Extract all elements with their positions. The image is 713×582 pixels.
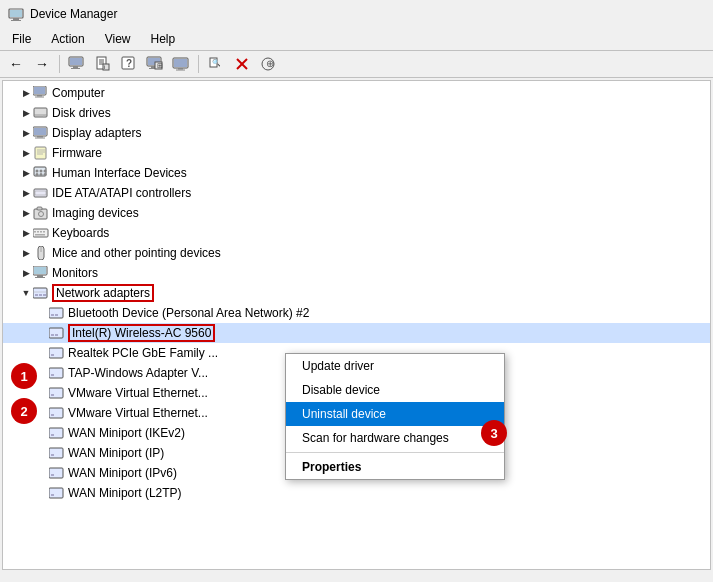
svg-point-53 (44, 173, 47, 176)
svg-rect-36 (34, 108, 47, 117)
network-adapter-icon-5 (49, 385, 65, 401)
expand-arrow[interactable]: ▶ (19, 146, 33, 160)
display-icon (33, 125, 49, 141)
title-bar: Device Manager (0, 0, 713, 28)
tree-item-ide[interactable]: ▶ IDE ATA/ATAPI controllers (3, 183, 710, 203)
tree-item-intel-wireless[interactable]: ▶ Intel(R) Wireless-AC 9560 (3, 323, 710, 343)
svg-rect-6 (73, 66, 78, 68)
tree-item-firmware[interactable]: ▶ Firmware (3, 143, 710, 163)
svg-text:?: ? (126, 58, 132, 69)
svg-rect-23 (174, 59, 187, 67)
computer-icon (33, 85, 49, 101)
network-icon (33, 285, 49, 301)
mouse-icon (33, 245, 49, 261)
device-tree[interactable]: ▶ Computer ▶ Disk drives (3, 81, 710, 569)
tree-label-wan-l2tp: WAN Miniport (L2TP) (68, 486, 182, 500)
expand-arrow[interactable]: ▶ (19, 226, 33, 240)
tree-item-disk-drives[interactable]: ▶ Disk drives (3, 103, 710, 123)
tree-item-monitors[interactable]: ▶ Monitors (3, 263, 710, 283)
svg-text:⊕: ⊕ (266, 58, 274, 69)
scan-button[interactable]: 🔍 (204, 53, 228, 75)
svg-rect-40 (34, 128, 46, 135)
tree-item-computer[interactable]: ▶ Computer (3, 83, 710, 103)
svg-rect-74 (43, 294, 46, 296)
ctx-properties[interactable]: Properties (286, 455, 504, 479)
expand-arrow[interactable]: ▶ (19, 86, 33, 100)
ctx-update-driver[interactable]: Update driver (286, 354, 504, 378)
tree-label-imaging: Imaging devices (52, 206, 139, 220)
imaging-icon (33, 205, 49, 221)
svg-rect-67 (34, 267, 46, 274)
svg-rect-7 (71, 68, 80, 69)
svg-rect-83 (49, 368, 63, 378)
svg-text:⊞: ⊞ (157, 62, 163, 69)
tree-item-network[interactable]: ▼ Network adapters (3, 283, 710, 303)
tree-item-imaging[interactable]: ▶ Imaging devices (3, 203, 710, 223)
expand-arrow[interactable]: ▶ (19, 206, 33, 220)
monitor-button[interactable] (169, 53, 193, 75)
ctx-scan-hardware[interactable]: Scan for hardware changes (286, 426, 504, 450)
expand-arrow-network[interactable]: ▼ (19, 286, 33, 300)
tree-item-wan-l2tp[interactable]: ▶ WAN Miniport (L2TP) (3, 483, 710, 503)
svg-rect-88 (51, 414, 54, 416)
properties-button[interactable]: i (91, 53, 115, 75)
back-button[interactable]: ← (4, 53, 28, 75)
svg-rect-60 (34, 231, 36, 233)
badge-1: 1 (11, 363, 37, 389)
menu-action[interactable]: Action (43, 30, 92, 48)
expand-arrow[interactable]: ▶ (19, 186, 33, 200)
expand-arrow[interactable]: ▶ (19, 126, 33, 140)
context-menu: Update driver Disable device Uninstall d… (285, 353, 505, 480)
expand-arrow[interactable]: ▶ (19, 166, 33, 180)
tree-item-keyboards[interactable]: ▶ Keyboards (3, 223, 710, 243)
tree-label-mice: Mice and other pointing devices (52, 246, 221, 260)
tree-label-ide: IDE ATA/ATAPI controllers (52, 186, 191, 200)
svg-rect-34 (37, 95, 42, 97)
update-button[interactable]: ⊕ (256, 53, 280, 75)
keyboard-icon (33, 225, 49, 241)
forward-button[interactable]: → (30, 53, 54, 75)
tree-item-hid[interactable]: ▶ Human Interface Devices (3, 163, 710, 183)
svg-rect-80 (55, 334, 58, 336)
ctx-uninstall-device[interactable]: Uninstall device (286, 402, 504, 426)
svg-rect-84 (51, 374, 54, 376)
svg-rect-86 (51, 394, 54, 396)
network-adapter-icon-3 (49, 345, 65, 361)
network-adapter-icon-2 (49, 325, 65, 341)
svg-rect-91 (49, 448, 63, 458)
svg-rect-73 (39, 294, 42, 296)
title-bar-title: Device Manager (30, 7, 117, 21)
menu-help[interactable]: Help (143, 30, 184, 48)
svg-rect-68 (37, 275, 43, 277)
toolbar-separator-1 (59, 55, 60, 73)
tree-label-realtek: Realtek PCIe GbE Family ... (68, 346, 218, 360)
tree-item-display[interactable]: ▶ Display adapters (3, 123, 710, 143)
menu-view[interactable]: View (97, 30, 139, 48)
hid-icon (33, 165, 49, 181)
tree-label-vmware2: VMware Virtual Ethernet... (68, 406, 208, 420)
ctx-disable-device[interactable]: Disable device (286, 378, 504, 402)
svg-rect-79 (51, 334, 54, 336)
network-adapter-icon-6 (49, 405, 65, 421)
uninstall-button[interactable] (230, 53, 254, 75)
svg-point-51 (36, 173, 39, 176)
svg-point-49 (40, 170, 43, 173)
svg-rect-87 (49, 408, 63, 418)
tree-item-bluetooth[interactable]: ▶ Bluetooth Device (Personal Area Networ… (3, 303, 710, 323)
tree-label-tap: TAP-Windows Adapter V... (68, 366, 208, 380)
expand-arrow[interactable]: ▶ (19, 246, 33, 260)
expand-arrow[interactable]: ▶ (19, 106, 33, 120)
svg-text:🔍: 🔍 (212, 58, 221, 67)
svg-rect-72 (35, 294, 38, 296)
help-button[interactable]: ? (117, 53, 141, 75)
tree-label-computer: Computer (52, 86, 105, 100)
tree-label-wan-ipv6: WAN Miniport (IPv6) (68, 466, 177, 480)
tree-item-mice[interactable]: ▶ Mice and other pointing devices (3, 243, 710, 263)
svg-rect-94 (51, 474, 54, 476)
resource-button[interactable]: ⊞ (143, 53, 167, 75)
svg-rect-90 (51, 434, 54, 436)
computer-button[interactable] (65, 53, 89, 75)
expand-arrow[interactable]: ▶ (19, 266, 33, 280)
menu-file[interactable]: File (4, 30, 39, 48)
tree-label-bluetooth: Bluetooth Device (Personal Area Network)… (68, 306, 309, 320)
